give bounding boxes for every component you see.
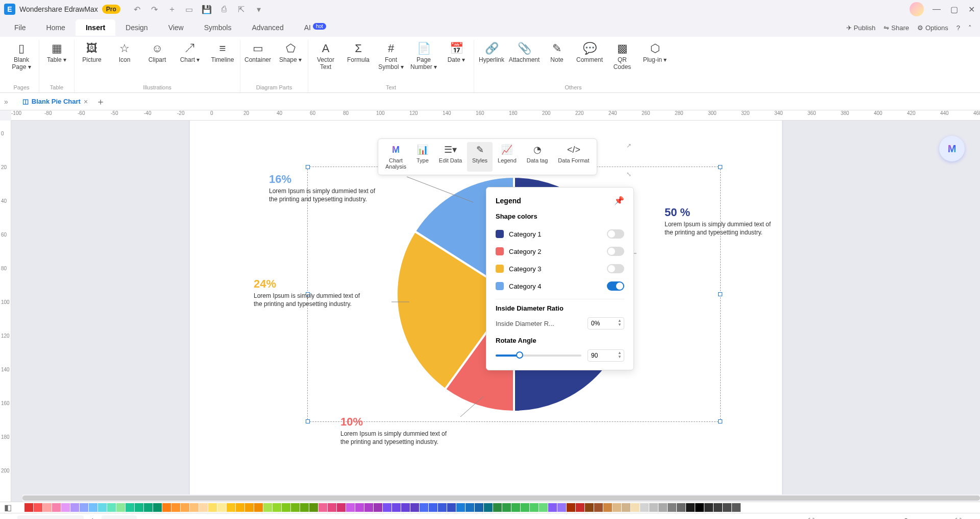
palette-color[interactable] [80, 503, 88, 512]
palette-color[interactable] [89, 503, 97, 512]
palette-color[interactable] [107, 503, 116, 512]
new-icon[interactable]: ＋ [167, 5, 177, 14]
open-icon[interactable]: ▭ [185, 5, 194, 14]
palette-color[interactable] [475, 503, 483, 512]
save-icon[interactable]: 💾 [202, 5, 211, 14]
close-tab-icon[interactable]: × [84, 98, 88, 106]
color-swatch[interactable] [496, 247, 504, 255]
palette-color[interactable] [539, 503, 548, 512]
expand-panels-icon[interactable]: » [4, 98, 8, 106]
ribbon-vector-text[interactable]: AVectorText [310, 40, 341, 73]
palette-color[interactable] [521, 503, 529, 512]
palette-color[interactable] [300, 503, 309, 512]
palette-color[interactable] [557, 503, 566, 512]
palette-color[interactable] [686, 503, 695, 512]
pin-icon[interactable]: 📌 [614, 196, 624, 205]
palette-color[interactable] [447, 503, 456, 512]
menu-tab-insert[interactable]: Insert [76, 19, 115, 36]
palette-color[interactable] [429, 503, 437, 512]
resize-handle-sw[interactable] [306, 419, 310, 423]
palette-color[interactable] [530, 503, 538, 512]
ft-styles[interactable]: ✎Styles [467, 142, 493, 172]
slider-thumb[interactable] [516, 351, 523, 359]
menu-tab-advanced[interactable]: Advanced [241, 19, 293, 36]
palette-color[interactable] [576, 503, 584, 512]
palette-color[interactable] [355, 503, 364, 512]
palette-color[interactable] [162, 503, 171, 512]
palette-color[interactable] [172, 503, 180, 512]
export-icon[interactable]: ⇱ [237, 5, 246, 14]
spinner-down-icon[interactable]: ▼ [618, 323, 622, 327]
palette-color[interactable] [346, 503, 355, 512]
palette-color[interactable] [116, 503, 125, 512]
palette-color[interactable] [273, 503, 281, 512]
ribbon-font-symbol[interactable]: #FontSymbol ▾ [376, 40, 406, 73]
rotate-slider[interactable] [496, 355, 581, 357]
ft-chart-analysis[interactable]: MChartAnalysis [380, 142, 411, 172]
menu-tab-ai[interactable]: AIhot [294, 19, 336, 36]
redo-icon[interactable]: ↷ [150, 5, 159, 14]
palette-color[interactable] [208, 503, 217, 512]
palette-color[interactable] [677, 503, 685, 512]
palette-color[interactable] [291, 503, 300, 512]
palette-color[interactable] [741, 503, 750, 512]
palette-color[interactable] [61, 503, 70, 512]
palette-color[interactable] [217, 503, 226, 512]
page-tab[interactable]: Page-1 [102, 515, 137, 519]
palette-color[interactable] [144, 503, 153, 512]
collapse-ribbon-icon[interactable]: ˄ [968, 24, 972, 32]
minimize-icon[interactable]: — [932, 5, 941, 14]
palette-color[interactable] [704, 503, 713, 512]
resize-handle-e[interactable] [718, 292, 722, 296]
palette-color[interactable] [263, 503, 272, 512]
palette-color[interactable] [585, 503, 594, 512]
legend-toggle[interactable] [607, 281, 624, 291]
close-icon[interactable]: ✕ [967, 5, 976, 14]
legend-toggle[interactable] [607, 229, 624, 239]
ribbon-blank-page[interactable]: ▯BlankPage ▾ [6, 40, 37, 73]
palette-color[interactable] [493, 503, 502, 512]
palette-color[interactable] [98, 503, 107, 512]
palette-color[interactable] [190, 503, 199, 512]
undo-icon[interactable]: ↶ [133, 5, 142, 14]
palette-color[interactable] [465, 503, 474, 512]
ribbon-comment[interactable]: 💬Comment [574, 40, 605, 73]
palette-color[interactable] [603, 503, 612, 512]
palette-color[interactable] [732, 503, 741, 512]
palette-color[interactable] [484, 503, 493, 512]
palette-color[interactable] [309, 503, 318, 512]
palette-color[interactable] [668, 503, 676, 512]
spinner-down-icon[interactable]: ▼ [618, 355, 622, 359]
legend-toggle[interactable] [607, 264, 624, 273]
palette-color[interactable] [245, 503, 254, 512]
menu-tab-symbols[interactable]: Symbols [194, 19, 242, 36]
palette-color[interactable] [236, 503, 244, 512]
ai-fab-button[interactable]: M [939, 136, 965, 161]
resize-handle-nw[interactable] [306, 165, 310, 169]
expand-toolbar-icon[interactable]: ⤡ [626, 171, 631, 178]
page-selector[interactable]: Page-1▾ [17, 515, 84, 519]
ft-data-format[interactable]: </>Data Format [553, 142, 594, 172]
ribbon-qr-codes[interactable]: ▩QRCodes [607, 40, 638, 73]
ribbon-date[interactable]: 📅Date ▾ [441, 40, 472, 73]
palette-color[interactable] [695, 503, 704, 512]
palette-color[interactable] [567, 503, 575, 512]
publish-button[interactable]: ✈Publish [846, 24, 876, 32]
ribbon-table[interactable]: ▦Table ▾ [41, 40, 72, 65]
ribbon-plug-in[interactable]: ⬡Plug-in ▾ [640, 40, 670, 73]
ribbon-picture[interactable]: 🖼Picture [77, 40, 107, 65]
ft-data-tag[interactable]: ◔Data tag [522, 142, 553, 172]
ribbon-page-number[interactable]: 📄PageNumber ▾ [408, 40, 439, 73]
menu-tab-design[interactable]: Design [115, 19, 158, 36]
palette-color[interactable] [438, 503, 447, 512]
color-swatch[interactable] [496, 282, 504, 290]
ribbon-hyperlink[interactable]: 🔗Hyperlink [476, 40, 507, 73]
canvas[interactable]: 16% Lorem Ipsum is simply dummied text o… [11, 121, 980, 502]
palette-color[interactable] [328, 503, 336, 512]
ribbon-timeline[interactable]: ≡Timeline [207, 40, 238, 65]
pin-toolbar-icon[interactable]: ↗ [626, 142, 631, 149]
rotate-input[interactable]: 90 ▲▼ [587, 349, 624, 362]
maximize-icon[interactable]: ▢ [949, 5, 959, 14]
palette-color[interactable] [410, 503, 419, 512]
add-tab-button[interactable]: ＋ [96, 96, 105, 108]
